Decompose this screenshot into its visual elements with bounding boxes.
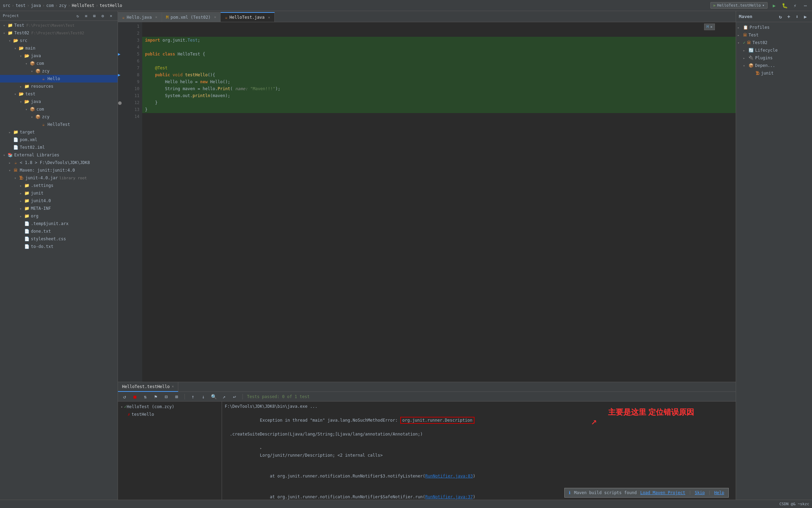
tree-junit-jar[interactable]: ▾ 🗜 junit-4.0.jar library root [0, 174, 118, 182]
tree-test-zcy[interactable]: ▾ 📦 zcy [0, 113, 118, 121]
maven-refresh-button[interactable]: ↻ [777, 13, 784, 20]
maven-plugins[interactable]: ▸ 🔌 Plugins [736, 54, 812, 62]
test-suite-item[interactable]: ▾ ✓ HelloTest (com.zcy) [118, 403, 222, 411]
bottom-tab-close[interactable]: × [172, 385, 174, 388]
fold-line-4-icon[interactable]: ▸ [260, 446, 262, 450]
debug-button[interactable]: 🐛 [781, 2, 788, 9]
breadcrumb-test[interactable]: test [16, 3, 26, 8]
tree-main-com[interactable]: ▾ 📦 com [0, 60, 118, 67]
plugins-arrow[interactable]: ▸ [743, 56, 749, 60]
expand-arrow-junit-jar[interactable]: ▾ [12, 176, 18, 180]
expand-arrow-resources[interactable]: ▸ [18, 85, 24, 88]
expand-arrow-maven-junit[interactable]: ▾ [7, 169, 12, 172]
suite-expand-arrow[interactable]: ▾ [121, 405, 123, 409]
tree-test-dir[interactable]: ▾ 📂 test [0, 90, 118, 98]
breakpoint-circle[interactable]: ⬤ [118, 101, 122, 105]
tree-pom-xml[interactable]: ▸ 📄 pom.xml [0, 136, 118, 144]
expand-arrow-junit-dir[interactable]: ▸ [18, 191, 24, 195]
expand-arrow-jdk[interactable]: ▸ [7, 161, 12, 165]
prev-failure-button[interactable]: ↑ [189, 393, 197, 401]
tree-maven-junit[interactable]: ▾ 🏛 Maven: junit:junit:4.0 [0, 166, 118, 174]
lifecycle-arrow[interactable]: ▸ [743, 49, 749, 52]
test-method-item[interactable]: ✗ testHello [118, 411, 222, 418]
skip-link[interactable]: Skip [695, 490, 705, 495]
search-tests-button[interactable]: 🔍 [210, 393, 217, 401]
expand-arrow-target[interactable]: ▸ [7, 130, 12, 134]
tree-hellotest-java[interactable]: ▸ ☕ HelloTest [0, 121, 118, 128]
expand-arrow-settings[interactable]: ▸ [18, 184, 24, 188]
expand-arrow-test-dir[interactable]: ▾ [12, 92, 18, 96]
tab-pom-xml[interactable]: M pom.xml (Test02) × [162, 12, 221, 22]
maven-add-button[interactable]: + [785, 13, 793, 20]
expand-arrow-junit40[interactable]: ▸ [18, 199, 24, 203]
maven-lifecycle[interactable]: ▸ 🔄 Lifecycle [736, 46, 812, 54]
help-link[interactable]: Help [714, 490, 724, 495]
tree-test-com[interactable]: ▾ 📦 com [0, 105, 118, 113]
expand-arrow-test-com[interactable]: ▾ [24, 107, 29, 111]
maven-profiles[interactable]: ▸ 📋 Profiles [736, 24, 812, 31]
export-tests-button[interactable]: ⊞ [173, 393, 180, 401]
tree-external-libs[interactable]: ▾ 📚 External Libraries [0, 151, 118, 159]
tree-done-txt[interactable]: ▸ 📄 done.txt [0, 227, 118, 235]
test02-module-arrow[interactable]: ▾ [737, 41, 743, 45]
test-module-arrow[interactable]: ▸ [737, 33, 743, 37]
maven-run-button[interactable]: ▶ [802, 13, 809, 20]
maven-test02-module[interactable]: ▾ ✓ 🏛 Test02 [736, 39, 812, 46]
open-source-button[interactable]: ↩ [231, 393, 238, 401]
tree-target[interactable]: ▸ 📁 target [0, 128, 118, 136]
collapse-all-button[interactable]: ≡ [82, 12, 90, 20]
tree-junit-dir[interactable]: ▸ 📁 junit [0, 189, 118, 197]
code-editor[interactable]: import org.junit.Test; public class Hell… [142, 22, 736, 382]
tree-meta-inf[interactable]: ▸ 📁 META-INF [0, 205, 118, 212]
breadcrumb-java[interactable]: java [31, 3, 41, 8]
tree-temp-arx[interactable]: ▸ 📄 .temp$junit.arx [0, 220, 118, 227]
profiles-arrow[interactable]: ▸ [737, 26, 743, 29]
sort-tests-button[interactable]: ⇅ [142, 393, 149, 401]
expand-arrow-test02[interactable]: ▾ [1, 31, 7, 35]
dependencies-arrow[interactable]: ▾ [743, 64, 749, 68]
maven-test-module[interactable]: ▸ 🏛 Test [736, 31, 812, 39]
expand-arrow-test-zcy[interactable]: ▾ [29, 115, 35, 119]
run-button[interactable]: ▶ [770, 2, 778, 9]
tree-test-java[interactable]: ▾ 📂 java [0, 98, 118, 105]
run-with-coverage-button[interactable]: ⚡ [791, 2, 799, 9]
pom-xml-tab-close[interactable]: × [214, 15, 216, 19]
expand-arrow-src[interactable]: ▾ [7, 39, 12, 43]
expand-arrow-main-com[interactable]: ▾ [24, 62, 29, 66]
expand-arrow-test-java[interactable]: ▾ [18, 100, 24, 104]
run-method-icon[interactable]: ▶ [118, 72, 120, 77]
tree-resources[interactable]: ▸ 📁 resources [0, 83, 118, 90]
breadcrumb-zcy[interactable]: zcy [59, 3, 67, 8]
maven-junit-dep[interactable]: ▸ 🗜 junit [736, 69, 812, 77]
tree-org[interactable]: ▸ 📁 org [0, 212, 118, 220]
breadcrumb-com[interactable]: com [46, 3, 54, 8]
expand-all-button[interactable]: ⊞ [91, 12, 98, 20]
tree-test02-iml[interactable]: ▸ 📄 Test02.iml [0, 144, 118, 151]
close-panel-button[interactable]: × [107, 12, 115, 20]
next-failure-button[interactable]: ↓ [199, 393, 207, 401]
run-config-selector[interactable]: ▶ HelloTest.testHello ▾ [710, 2, 768, 9]
breadcrumb-method[interactable]: testHello [100, 3, 122, 8]
hello-java-tab-close[interactable]: × [155, 15, 157, 19]
project-test02[interactable]: ▾ 📁 Test02 F:\Project\Maven\Test02 [0, 29, 118, 37]
run-class-icon[interactable]: ▶ [118, 52, 120, 57]
filter-tests-button[interactable]: ⚑ [152, 393, 160, 401]
tree-junit40[interactable]: ▸ 📁 junit4.0 [0, 197, 118, 205]
gear-icon[interactable]: ⚙ [99, 12, 106, 20]
synchronize-button[interactable]: ↻ [74, 12, 82, 20]
maven-dependencies[interactable]: ▾ 📦 Depen... [736, 62, 812, 69]
tab-hellotest-java[interactable]: ☕ HelloTest.java × [221, 12, 274, 22]
more-run-options-button[interactable]: ⋯ [802, 2, 809, 9]
breadcrumb-class[interactable]: HelloTest [72, 3, 94, 8]
scroll-to-test-button[interactable]: ↗ [220, 393, 228, 401]
expand-arrow-main-java[interactable]: ▾ [18, 54, 24, 58]
tree-main-java[interactable]: ▾ 📂 java [0, 52, 118, 60]
runnotifier-link-1[interactable]: RunNotifier.java:83 [425, 474, 473, 479]
tree-todo-txt[interactable]: ▸ 📄 to-do.txt [0, 243, 118, 250]
tab-hello-java[interactable]: ☕ Hello.java × [118, 12, 162, 22]
runnotifier-link-2[interactable]: RunNotifier.java:37 [425, 494, 473, 499]
project-test[interactable]: ▾ 📁 Test F:\Project\Maven\Test [0, 21, 118, 29]
rerun-button[interactable]: ↺ [121, 393, 128, 401]
tree-main-zcy[interactable]: ▾ 📦 zcy [0, 67, 118, 75]
tree-main[interactable]: ▾ 📂 main [0, 44, 118, 52]
